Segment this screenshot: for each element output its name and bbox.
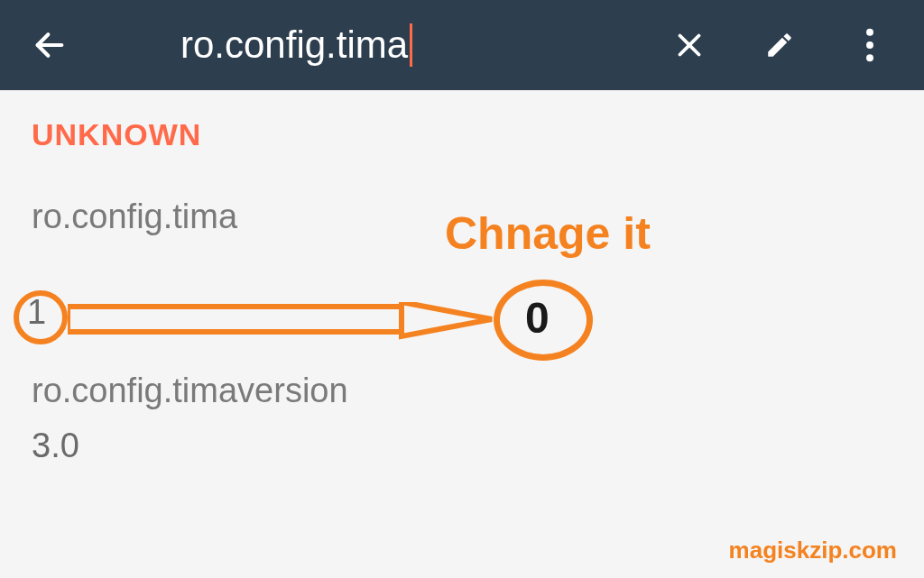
text-cursor <box>410 23 412 67</box>
top-bar: ro.config.tima <box>0 0 924 90</box>
svg-point-5 <box>866 54 873 61</box>
search-field[interactable]: ro.config.tima <box>180 23 671 67</box>
property-item[interactable]: ro.config.tima <box>32 197 892 236</box>
search-input-text: ro.config.tima <box>180 23 408 67</box>
watermark: magiskzip.com <box>729 537 897 564</box>
svg-point-3 <box>866 29 873 36</box>
arrow-back-icon <box>32 27 68 63</box>
more-vert-icon <box>865 28 874 62</box>
property-key: ro.config.tima <box>32 197 892 236</box>
edit-button[interactable] <box>762 27 798 63</box>
property-value: 1 <box>27 293 46 332</box>
property-item[interactable]: ro.config.timaversion 3.0 <box>32 372 892 465</box>
top-actions <box>671 27 888 63</box>
property-value: 3.0 <box>32 427 892 465</box>
back-button[interactable] <box>27 23 72 68</box>
svg-point-4 <box>866 41 873 49</box>
pencil-icon <box>764 30 795 60</box>
section-header: UNKNOWN <box>32 117 892 152</box>
more-button[interactable] <box>852 27 888 63</box>
close-icon <box>673 29 706 61</box>
property-key: ro.config.timaversion <box>32 372 892 410</box>
content-area: UNKNOWN ro.config.tima ro.config.timaver… <box>0 90 924 492</box>
clear-button[interactable] <box>671 27 707 63</box>
